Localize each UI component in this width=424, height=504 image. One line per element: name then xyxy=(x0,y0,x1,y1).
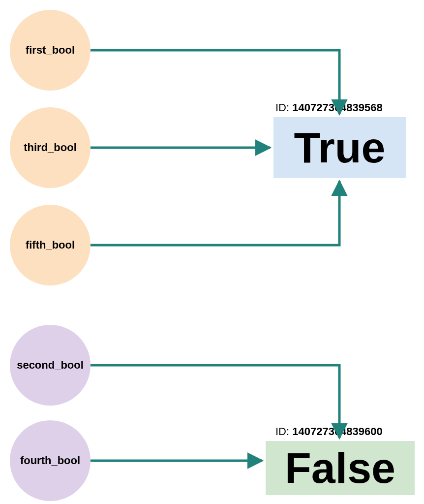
id-value: 140727304839568 xyxy=(292,101,383,114)
node-second-bool: second_bool xyxy=(10,325,91,406)
true-box-id-label: ID: 140727304839568 xyxy=(275,101,383,114)
false-box-id-label: ID: 140727304839600 xyxy=(275,425,383,438)
false-box: False xyxy=(266,441,415,495)
node-third-bool: third_bool xyxy=(10,107,91,188)
true-box-label: True xyxy=(294,123,386,173)
arrow-fifth-to-true xyxy=(91,181,339,245)
node-label: second_bool xyxy=(17,359,84,372)
id-value: 140727304839600 xyxy=(292,425,383,438)
true-box: True xyxy=(273,117,406,178)
node-label: first_bool xyxy=(26,44,75,57)
id-prefix: ID: xyxy=(275,101,292,114)
node-label: fifth_bool xyxy=(26,239,75,252)
node-label: third_bool xyxy=(24,141,77,154)
node-fourth-bool: fourth_bool xyxy=(10,420,91,501)
node-fifth-bool: fifth_bool xyxy=(10,205,91,285)
id-prefix: ID: xyxy=(275,425,292,438)
node-first-bool: first_bool xyxy=(10,10,91,91)
false-box-label: False xyxy=(285,443,395,493)
node-label: fourth_bool xyxy=(20,454,80,467)
